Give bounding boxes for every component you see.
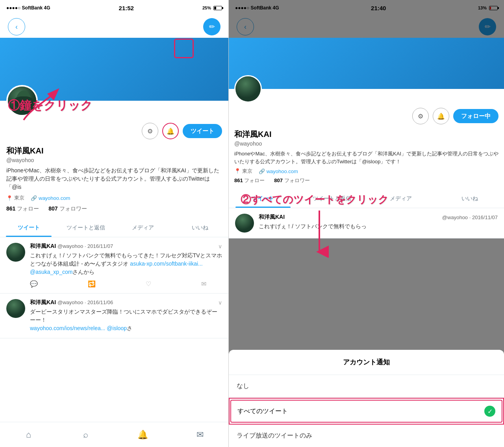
avatar-image-left bbox=[8, 87, 36, 115]
website-left[interactable]: 🔗 wayohoo.com bbox=[31, 195, 70, 201]
tab-likes-left[interactable]: いいね bbox=[171, 219, 228, 237]
notifications-tab-left[interactable]: 🔔 bbox=[134, 426, 152, 443]
tweet-handle-1: @wayohoo · 2016/11/07 bbox=[57, 243, 113, 249]
right-tweet-content: 和洋風KAI @wayohoo · 2016/11/07 これすげぇ！/ ソフト… bbox=[259, 214, 498, 233]
right-tweet-name: 和洋風KAI bbox=[259, 214, 285, 221]
compose-button-left[interactable]: ✏ bbox=[203, 18, 220, 35]
profile-actions-left: ⚙ 🔔 ツイート bbox=[0, 120, 228, 142]
profile-bio-left: iPhoneやMac、水樹奈々、食べ歩記などをお伝えするブログ「和洋風KAI」で… bbox=[6, 166, 222, 191]
right-profile-tabs: ツイート ツイートと返信 メディア いいね bbox=[229, 190, 504, 208]
right-tab-tweets[interactable]: ツイート bbox=[229, 190, 298, 208]
battery-percent-left: 25% bbox=[202, 6, 211, 10]
following-stat-left[interactable]: 861 フォロー bbox=[6, 205, 39, 212]
tweet-handle-2: @wayohoo · 2016/11/06 bbox=[57, 299, 113, 305]
location-left: 📍 東京 bbox=[6, 194, 24, 201]
right-cover bbox=[229, 38, 504, 89]
tweet-name-1: 和洋風KAI bbox=[30, 243, 56, 249]
tab-media-left[interactable]: メディア bbox=[114, 219, 171, 237]
right-avatar bbox=[234, 75, 262, 103]
right-profile-actions: ⚙ 🔔 フォロー中 bbox=[229, 105, 504, 127]
search-tab-left[interactable]: ⌕ bbox=[77, 426, 94, 443]
compose-icon-left: ✏ bbox=[209, 22, 215, 31]
right-location: 📍 東京 bbox=[234, 168, 252, 175]
profile-name-left: 和洋風KAI bbox=[6, 146, 222, 156]
tweet-content-1: 和洋風KAI @wayohoo · 2016/11/07 ∨ これすげぇ！/ ソ… bbox=[30, 243, 222, 288]
dropdown-none[interactable]: なし bbox=[229, 375, 504, 398]
dropdown-all-tweets[interactable]: すべてのツイート ✓ bbox=[229, 398, 504, 425]
right-panel: ●●●●○ SoftBank 4G 21:40 13% ‹ ✏ ⚙ 🔔 フォロー… bbox=[228, 0, 504, 447]
right-followers[interactable]: 807 フォロワー bbox=[274, 177, 309, 184]
dropdown-live[interactable]: ライブ放送のツイートのみ bbox=[229, 425, 504, 447]
right-profile-bio: iPhoneやMac、水樹奈々、食べ歩記などをお伝えするブログ「和洋風KAI」で… bbox=[234, 150, 498, 165]
profile-tabs-left: ツイート ツイートと返信 メディア いいね bbox=[0, 219, 228, 237]
tweet-item-1: 和洋風KAI @wayohoo · 2016/11/07 ∨ これすげぇ！/ ソ… bbox=[0, 237, 228, 294]
cover-image-left bbox=[0, 38, 228, 101]
right-tweet-header: 和洋風KAI @wayohoo · 2016/11/07 bbox=[259, 214, 498, 221]
tweet-handle-ref-2[interactable]: @isloop bbox=[107, 325, 127, 331]
right-website[interactable]: 🔗 wayohoo.com bbox=[259, 168, 298, 174]
follow-button-left[interactable]: ツイート bbox=[183, 124, 222, 138]
share-icon-1[interactable]: ✉ bbox=[201, 280, 206, 288]
settings-button-left[interactable]: ⚙ bbox=[142, 123, 158, 139]
tab-tweets-left[interactable]: ツイート bbox=[0, 219, 57, 237]
right-tab-media[interactable]: メディア bbox=[367, 190, 435, 208]
right-tab-replies[interactable]: ツイートと返信 bbox=[298, 190, 367, 208]
dropdown-title: アカウント通知 bbox=[229, 350, 504, 375]
carrier-left: ●●●●○ SoftBank 4G bbox=[6, 5, 50, 11]
tab-tweets-replies-left[interactable]: ツイートと返信 bbox=[57, 219, 114, 237]
nav-bar-left: ‹ ✏ bbox=[0, 16, 228, 38]
bell-button-right[interactable]: 🔔 bbox=[433, 108, 449, 124]
battery-bar-left bbox=[213, 6, 222, 10]
tweet-text-1: これすげぇ！/ ソフトバンクで無料でもらってきた！フルセグ対応TVとスマホとつな… bbox=[30, 251, 222, 276]
profile-meta-left: 📍 東京 🔗 wayohoo.com bbox=[6, 194, 222, 201]
tweet-actions-1: 💬 🔁 ♡ ✉ bbox=[30, 280, 222, 288]
profile-info-left: 和洋風KAI @wayohoo iPhoneやMac、水樹奈々、食べ歩記などをお… bbox=[0, 142, 228, 216]
right-profile-section: ⚙ 🔔 フォロー中 和洋風KAI @wayohoo iPhoneやMac、水樹奈… bbox=[229, 38, 504, 238]
tweet-header-2: 和洋風KAI @wayohoo · 2016/11/06 ∨ bbox=[30, 299, 222, 306]
tweet-text-2: ダービースタリオンマスターズ降臨！ついにスマホでダビスタができるぞーーー！ wa… bbox=[30, 308, 222, 332]
checkmark-icon: ✓ bbox=[484, 406, 495, 417]
tweet-list-left: 和洋風KAI @wayohoo · 2016/11/07 ∨ これすげぇ！/ ソ… bbox=[0, 237, 228, 422]
tab-bar-left: ⌂ ⌕ 🔔 ✉ bbox=[0, 422, 228, 447]
right-following[interactable]: 861 フォロー bbox=[234, 177, 265, 184]
tweet-avatar-1 bbox=[6, 243, 25, 262]
home-tab-left[interactable]: ⌂ bbox=[20, 426, 37, 443]
tweet-link-2[interactable]: wayohoo.com/ios/news/relea... bbox=[30, 325, 105, 331]
right-profile-name: 和洋風KAI bbox=[234, 129, 498, 140]
status-icons-left: 25% bbox=[202, 6, 222, 10]
tweet-more-1[interactable]: ∨ bbox=[218, 243, 222, 249]
back-button-left[interactable]: ‹ bbox=[8, 18, 25, 35]
retweet-icon-1[interactable]: 🔁 bbox=[88, 280, 96, 288]
tweet-more-2[interactable]: ∨ bbox=[218, 299, 222, 306]
tweet-name-2: 和洋風KAI bbox=[30, 299, 56, 305]
right-tweet-preview: 和洋風KAI @wayohoo · 2016/11/07 これすげぇ！/ ソフト… bbox=[229, 208, 504, 238]
right-profile-info: 和洋風KAI @wayohoo iPhoneやMac、水樹奈々、食べ歩記などをお… bbox=[229, 127, 504, 187]
profile-stats-left: 861 フォロー 807 フォロワー bbox=[6, 205, 222, 212]
account-notification-dropdown: アカウント通知 なし すべてのツイート ✓ ライブ放送のツイートのみ bbox=[229, 350, 504, 447]
reply-icon-1[interactable]: 💬 bbox=[30, 280, 38, 288]
messages-tab-left[interactable]: ✉ bbox=[191, 426, 209, 443]
status-bar-left: ●●●●○ SoftBank 4G 21:52 25% bbox=[0, 0, 228, 16]
avatar-left bbox=[6, 85, 38, 116]
right-profile-meta: 📍 東京 🔗 wayohoo.com bbox=[234, 168, 498, 175]
right-tweet-text: これすげぇ！/ ソフトバンクで無料でもらっ bbox=[259, 222, 498, 231]
tweet-handle-ref-1[interactable]: @asuka_xp_com bbox=[30, 269, 72, 275]
profile-handle-left: @wayohoo bbox=[6, 157, 222, 163]
tweet-content-2: 和洋風KAI @wayohoo · 2016/11/06 ∨ ダービースタリオン… bbox=[30, 299, 222, 332]
right-tweet-avatar bbox=[235, 214, 254, 233]
followers-stat-left[interactable]: 807 フォロワー bbox=[48, 205, 87, 212]
right-profile-stats: 861 フォロー 807 フォロワー bbox=[234, 177, 498, 184]
follow-button-right[interactable]: フォロー中 bbox=[453, 109, 498, 123]
left-panel: ●●●●○ SoftBank 4G 21:52 25% ‹ ✏ ⚙ 🔔 ツイート… bbox=[0, 0, 228, 447]
tweet-header-1: 和洋風KAI @wayohoo · 2016/11/07 ∨ bbox=[30, 243, 222, 250]
tweet-link-1[interactable]: asuka-xp.com/softbank-iikai... bbox=[130, 260, 202, 267]
bell-button-left[interactable]: 🔔 bbox=[162, 123, 179, 139]
time-left: 21:52 bbox=[119, 5, 134, 11]
tweet-avatar-2 bbox=[6, 299, 25, 318]
tweet-item-2: 和洋風KAI @wayohoo · 2016/11/06 ∨ ダービースタリオン… bbox=[0, 294, 228, 338]
right-profile-handle: @wayohoo bbox=[234, 140, 498, 147]
like-icon-1[interactable]: ♡ bbox=[146, 280, 151, 288]
right-tweet-date: @wayohoo · 2016/11/07 bbox=[442, 214, 498, 220]
right-tab-likes[interactable]: いいね bbox=[435, 190, 504, 208]
settings-button-right[interactable]: ⚙ bbox=[412, 108, 429, 124]
